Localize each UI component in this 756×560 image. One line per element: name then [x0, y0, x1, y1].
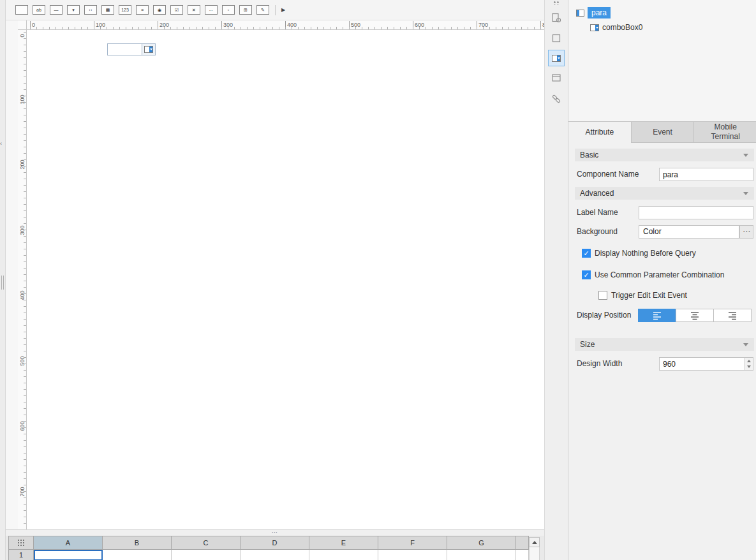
- trigger-edit-exit-checkbox[interactable]: [598, 291, 607, 300]
- section-title: Basic: [580, 151, 598, 159]
- use-common-parameter-checkbox[interactable]: ✓: [582, 270, 591, 279]
- text-editor-icon[interactable]: ab: [33, 5, 45, 15]
- chevron-down-icon: [743, 192, 748, 195]
- background-more-button[interactable]: ⋯: [739, 225, 753, 239]
- date-editor-icon[interactable]: ✕: [188, 5, 200, 15]
- display-nothing-checkbox[interactable]: ✓: [582, 249, 591, 258]
- align-center-button[interactable]: [676, 309, 714, 322]
- combo-checkbox-icon[interactable]: ∷: [84, 5, 97, 15]
- column-header-e[interactable]: E: [309, 536, 378, 550]
- label-name-input[interactable]: [639, 206, 753, 219]
- use-common-parameter-combination-row: ✓ Use Common Parameter Combination: [582, 270, 724, 279]
- tree-item-label: para: [588, 7, 611, 18]
- number-editor-icon[interactable]: 123: [119, 5, 131, 15]
- v-ruler-label: 600: [19, 418, 26, 434]
- row-header-1[interactable]: 1: [9, 550, 34, 560]
- tab-label: Mobile Terminal: [706, 122, 745, 142]
- canvas-sheet-splitter[interactable]: ⋯: [6, 529, 544, 536]
- cell-h1-partial[interactable]: [516, 550, 529, 560]
- tab-event[interactable]: Event: [632, 122, 695, 143]
- combobox-tool-selected[interactable]: [548, 50, 565, 66]
- h-ruler-label: 300: [221, 21, 233, 29]
- sheet-scroll-up-button[interactable]: [529, 537, 540, 547]
- link-icon[interactable]: [551, 94, 561, 104]
- parameter-pane-icon: [576, 10, 584, 17]
- vertical-ruler: 0 100 200 300 400 500 600 700: [18, 30, 27, 529]
- background-select[interactable]: Color: [639, 225, 739, 239]
- checkbox-group-icon[interactable]: ☑: [170, 5, 183, 15]
- left-gutter: [6, 20, 18, 529]
- dots-icon[interactable]: [553, 0, 560, 5]
- h-ruler-label: 400: [285, 21, 297, 29]
- password-icon[interactable]: ∙∙∙: [205, 5, 218, 15]
- tab-block-icon[interactable]: [551, 73, 561, 83]
- v-ruler-label: 300: [19, 223, 26, 238]
- spinner-buttons: [745, 358, 753, 370]
- design-width-label: Design Width: [577, 357, 622, 371]
- design-width-input[interactable]: [659, 357, 753, 371]
- h-ruler-label: 0: [30, 21, 35, 29]
- label-name-label: Label Name: [577, 206, 618, 219]
- combobox-widget[interactable]: [107, 43, 156, 55]
- align-left-icon: [652, 311, 662, 320]
- column-header-partial[interactable]: [516, 536, 529, 550]
- h-ruler-label: 500: [349, 21, 360, 29]
- spreadsheet: A B C D E F G 1: [6, 536, 544, 560]
- column-header-d[interactable]: D: [241, 536, 309, 550]
- radio-group-icon[interactable]: ◉: [153, 5, 166, 15]
- left-splitter-grip[interactable]: [1, 276, 4, 290]
- query-button-icon[interactable]: ✎: [256, 5, 269, 15]
- form-info-icon[interactable]: [551, 13, 561, 23]
- sheet-scrollbar-track[interactable]: [529, 547, 540, 560]
- button-widget-icon[interactable]: —: [50, 5, 63, 15]
- cell-f1[interactable]: [378, 550, 447, 560]
- align-left-button[interactable]: [638, 309, 676, 322]
- cell-b1[interactable]: [103, 550, 172, 560]
- column-header-b[interactable]: B: [103, 536, 172, 550]
- cell-e1[interactable]: [309, 550, 378, 560]
- select-all-corner[interactable]: [9, 536, 34, 550]
- textarea-icon[interactable]: ≡: [136, 5, 149, 15]
- splitter-grip-icon: ⋯: [272, 529, 279, 536]
- cell-g1[interactable]: [447, 550, 516, 560]
- combobox-dropdown-icon: [144, 46, 153, 53]
- spin-down-icon[interactable]: [747, 365, 751, 368]
- display-nothing-before-query-row: ✓ Display Nothing Before Query: [582, 249, 696, 258]
- tree-item-combobox0[interactable]: comboBox0: [590, 21, 642, 34]
- section-basic[interactable]: Basic: [575, 149, 754, 161]
- combobox-widget-button[interactable]: [142, 43, 156, 55]
- design-canvas[interactable]: [27, 30, 544, 529]
- combobox-icon[interactable]: ▾: [67, 5, 80, 15]
- h-ruler-label: 600: [413, 21, 424, 29]
- section-title: Advanced: [580, 189, 614, 198]
- v-ruler-label: 100: [19, 92, 26, 107]
- display-position-group: [639, 309, 752, 322]
- tree-item-para[interactable]: para: [576, 6, 611, 19]
- parameter-pane-icon[interactable]: [551, 33, 561, 43]
- column-header-a[interactable]: A: [34, 536, 103, 550]
- collapse-left-icon[interactable]: ‹: [0, 140, 2, 147]
- cell-c1[interactable]: [172, 550, 241, 560]
- cell-d1[interactable]: [241, 550, 309, 560]
- column-header-f[interactable]: F: [378, 536, 447, 550]
- combobox-widget-input[interactable]: [107, 43, 142, 55]
- cell-a1-selected[interactable]: [34, 550, 103, 560]
- section-title: Size: [580, 340, 595, 349]
- checkbox-icon[interactable]: ▫: [222, 5, 235, 15]
- section-size[interactable]: Size: [575, 338, 754, 351]
- textfield-icon[interactable]: [15, 5, 28, 15]
- tree-widget-icon[interactable]: ⊞: [239, 5, 252, 15]
- column-header-c[interactable]: C: [172, 536, 241, 550]
- attribute-panel: para comboBox0 Attribute Event Mobile Te…: [568, 0, 756, 560]
- column-header-g[interactable]: G: [447, 536, 516, 550]
- align-right-button[interactable]: [713, 309, 752, 322]
- component-name-input[interactable]: [659, 168, 753, 181]
- toolbar-expand-arrow-icon[interactable]: ▶: [281, 7, 285, 13]
- tab-attribute[interactable]: Attribute: [568, 122, 632, 143]
- spin-up-icon[interactable]: [747, 360, 751, 362]
- table-icon[interactable]: ▦: [101, 5, 114, 15]
- tab-mobile-terminal[interactable]: Mobile Terminal: [694, 122, 756, 143]
- section-advanced[interactable]: Advanced: [575, 187, 754, 200]
- h-ruler-label: 200: [158, 21, 169, 29]
- combobox-icon: [590, 24, 599, 31]
